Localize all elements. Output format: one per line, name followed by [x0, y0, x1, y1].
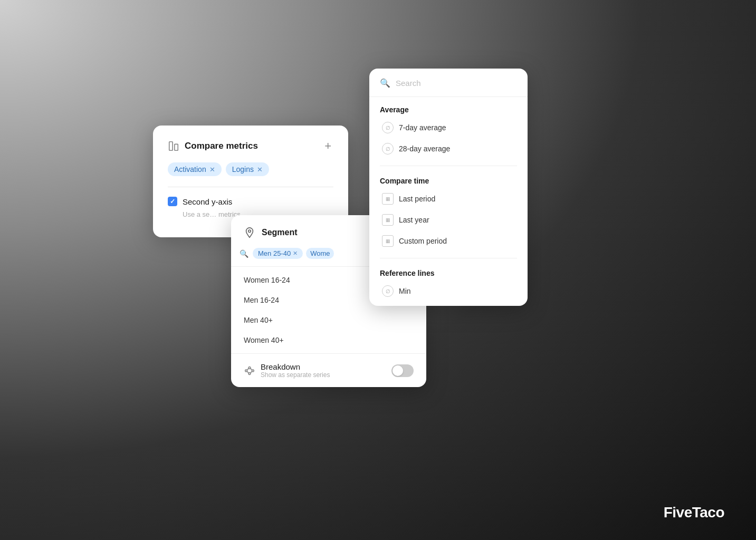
second-yaxis-label: Second y-axis [183, 197, 232, 206]
segment-title: Segment [262, 228, 298, 237]
second-yaxis-row[interactable]: Second y-axis [168, 197, 333, 206]
option-custom-period[interactable]: ▦ Custom period [380, 230, 517, 252]
tags-row: Activation ✕ Logins ✕ [168, 162, 333, 176]
search-tag-men2540-close[interactable]: ✕ [293, 250, 298, 257]
tag-logins[interactable]: Logins ✕ [226, 162, 269, 176]
option-7day[interactable]: ∅ 7-day average [380, 117, 517, 138]
option-custom-period-label: Custom period [399, 237, 447, 245]
option-icon-28day: ∅ [382, 143, 394, 155]
compare-title-row: Compare metrics [168, 140, 258, 152]
breakdown-text: Breakdown Show as separate series [261, 362, 330, 379]
search-tags: Men 25-40 ✕ Wome [253, 248, 334, 259]
list-item-women-40plus[interactable]: Women 40+ [231, 330, 426, 350]
svg-point-6 [248, 372, 251, 374]
option-icon-min: ∅ [382, 285, 394, 297]
breakdown-toggle[interactable] [391, 364, 414, 377]
section-compare-time: Compare time ▦ Last period ▦ Last year ▦… [369, 168, 528, 256]
divider-1 [380, 166, 517, 166]
option-min-label: Min [399, 287, 411, 295]
option-icon-last-year: ▦ [382, 214, 394, 226]
svg-point-5 [252, 370, 254, 372]
svg-point-3 [245, 370, 247, 372]
section-average: Average ∅ 7-day average ∅ 28-day average [369, 97, 528, 163]
svg-line-9 [251, 371, 252, 373]
breakdown-label: Breakdown [261, 362, 330, 371]
svg-rect-1 [175, 144, 178, 150]
option-last-period-label: Last period [399, 195, 435, 203]
breakdown-sub: Show as separate series [261, 371, 330, 379]
add-metric-button[interactable]: + [322, 140, 333, 152]
list-item-men-40plus[interactable]: Men 40+ [231, 310, 426, 330]
search-tag-men2540[interactable]: Men 25-40 ✕ [253, 248, 303, 259]
svg-rect-0 [169, 142, 173, 151]
svg-line-7 [247, 368, 248, 370]
svg-point-2 [248, 230, 251, 233]
tag-activation-label: Activation [174, 165, 206, 173]
breakdown-icon [244, 365, 255, 377]
search-tag-women-label: Wome [310, 249, 330, 257]
svg-line-10 [247, 371, 248, 373]
tag-activation[interactable]: Activation ✕ [168, 162, 222, 176]
option-icon-custom-period: ▦ [382, 235, 394, 247]
section-compare-time-label: Compare time [380, 177, 517, 185]
search-tag-women-partial[interactable]: Wome [306, 248, 334, 259]
search-header: 🔍 Search [369, 69, 528, 97]
breakdown-left: Breakdown Show as separate series [244, 362, 330, 379]
section-reference-lines: Reference lines ∅ Min [369, 261, 528, 306]
option-icon-7day: ∅ [382, 122, 394, 133]
section-average-label: Average [380, 105, 517, 114]
brand-logo: FiveTaco [664, 504, 724, 521]
option-last-year-label: Last year [399, 216, 429, 224]
tag-activation-close[interactable]: ✕ [209, 166, 215, 173]
svg-line-8 [251, 368, 252, 370]
compare-header: Compare metrics + [168, 140, 333, 152]
search-reference-card: 🔍 Search Average ∅ 7-day average ∅ 28-da… [369, 69, 528, 306]
option-last-year[interactable]: ▦ Last year [380, 209, 517, 230]
svg-point-4 [248, 367, 251, 369]
search-placeholder-text: Search [396, 79, 421, 88]
option-7day-label: 7-day average [399, 123, 446, 132]
search-tag-men2540-label: Men 25-40 [258, 249, 291, 257]
segment-icon [244, 227, 255, 238]
option-28day[interactable]: ∅ 28-day average [380, 138, 517, 159]
tag-logins-close[interactable]: ✕ [257, 166, 263, 173]
chart-icon [168, 140, 179, 152]
compare-divider [168, 187, 333, 187]
option-28day-label: 28-day average [399, 144, 450, 153]
second-yaxis-checkbox[interactable] [168, 197, 177, 206]
option-last-period[interactable]: ▦ Last period [380, 188, 517, 209]
compare-card-title: Compare metrics [185, 141, 258, 151]
option-icon-last-period: ▦ [382, 193, 394, 205]
search-icon-sm: 🔍 [240, 249, 248, 258]
tag-logins-label: Logins [232, 165, 254, 173]
section-reference-lines-label: Reference lines [380, 269, 517, 277]
option-min[interactable]: ∅ Min [380, 281, 517, 302]
segment-footer: Breakdown Show as separate series [231, 353, 426, 387]
search-icon-lg: 🔍 [380, 78, 390, 88]
divider-2 [380, 258, 517, 258]
